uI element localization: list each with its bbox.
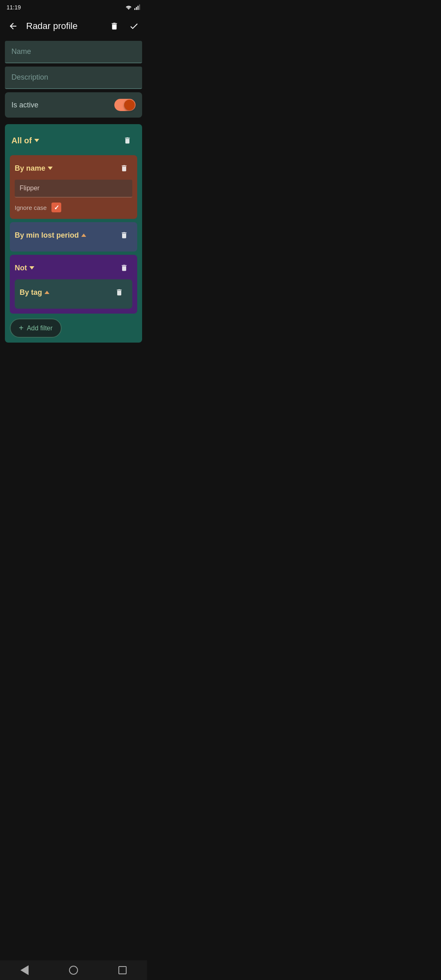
toggle-track [114,99,136,111]
by-tag-delete-button[interactable] [111,284,127,301]
by-name-filter: By name Ignore case ✓ [10,155,137,219]
back-button[interactable] [5,18,21,34]
by-min-lost-chevron-icon [81,234,86,237]
by-name-header: By name [15,160,132,176]
all-of-title[interactable]: All of [11,136,39,145]
by-tag-filter: By tag [15,279,132,309]
by-min-lost-filter: By min lost period [10,222,137,252]
add-filter-label: Add filter [27,325,53,332]
add-filter-plus-icon: + [19,323,24,333]
svg-rect-1 [136,7,137,10]
status-bar: 11:19 [0,0,147,15]
svg-rect-2 [138,6,138,10]
not-title[interactable]: Not [15,264,34,272]
by-tag-chevron-icon [45,291,49,294]
all-of-label: All of [11,136,32,145]
not-label: Not [15,264,27,272]
by-min-lost-header: By min lost period [15,227,132,243]
description-input[interactable]: Unknown flippers [11,73,136,82]
page-title: Radar profile [26,21,106,31]
not-filter: Not By tag [10,255,137,314]
all-of-chevron-icon [34,139,39,142]
add-filter-button[interactable]: + Add filter [10,318,62,338]
is-active-label: Is active [11,101,38,109]
not-delete-button[interactable] [116,260,132,276]
by-tag-header: By tag [20,284,127,301]
by-name-label: By name [15,164,45,173]
ignore-case-label: Ignore case [15,204,47,211]
by-name-title[interactable]: By name [15,164,53,173]
by-min-lost-delete-button[interactable] [116,227,132,243]
is-active-card: Is active [5,92,142,118]
main-content: Flippers Unknown flippers Is active All … [0,38,147,346]
by-min-lost-title[interactable]: By min lost period [15,231,86,240]
app-bar-actions [106,18,142,34]
by-name-chevron-icon [48,167,53,170]
description-input-card: Unknown flippers [5,67,142,89]
by-name-delete-button[interactable] [116,160,132,176]
svg-rect-3 [139,4,140,10]
is-active-toggle[interactable] [114,99,136,111]
save-button[interactable] [126,18,142,34]
all-of-header: All of [10,129,137,152]
app-bar: Radar profile [0,15,147,38]
wifi-icon [125,4,132,10]
not-chevron-icon [29,266,34,270]
check-icon: ✓ [54,204,59,212]
status-icons [125,4,140,10]
filter-section: All of By name [5,124,142,343]
flipper-input-wrap [15,180,132,198]
signal-icon [134,4,140,10]
ignore-case-row: Ignore case ✓ [15,201,132,214]
by-min-lost-label: By min lost period [15,231,79,240]
svg-rect-0 [134,8,135,10]
by-tag-label: By tag [20,288,42,297]
all-of-delete-button[interactable] [119,132,136,149]
flipper-input[interactable] [20,185,127,192]
name-input[interactable]: Flippers [11,47,136,56]
not-header: Not [15,260,132,276]
by-tag-title[interactable]: By tag [20,288,49,297]
toggle-thumb [124,100,135,110]
status-time: 11:19 [7,4,21,11]
delete-button[interactable] [106,18,122,34]
name-input-card: Flippers [5,41,142,63]
ignore-case-checkbox[interactable]: ✓ [51,203,61,212]
